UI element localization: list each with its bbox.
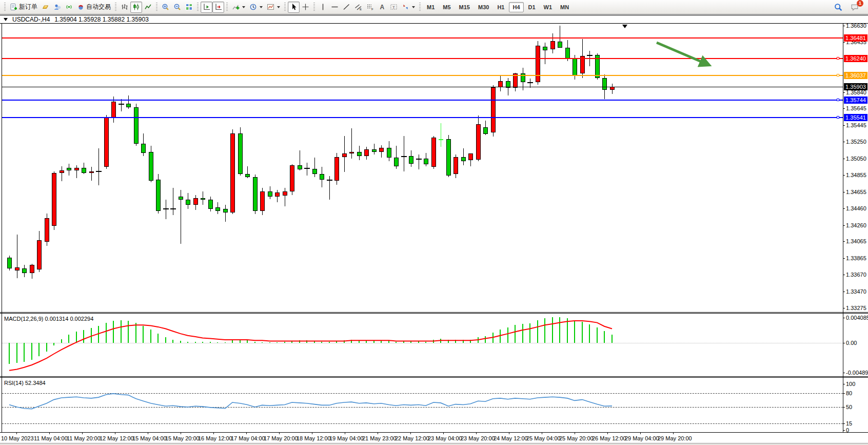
text-button[interactable]: A: [376, 2, 388, 13]
date-axis-label: 12 May 12:00: [100, 435, 134, 441]
gold-bar-button[interactable]: [40, 2, 51, 13]
date-axis-label: 17 May 04:00: [231, 435, 265, 441]
timeframe-D1-button[interactable]: D1: [525, 2, 539, 12]
date-axis-tick: [575, 432, 575, 434]
price-pane[interactable]: [0, 24, 868, 312]
date-axis-label: 11 May 20:00: [67, 435, 101, 441]
zoom-in-button[interactable]: [160, 2, 171, 13]
text-label-button[interactable]: T: [388, 2, 400, 13]
line-chart-button[interactable]: [142, 2, 154, 13]
crosshair-button[interactable]: [300, 2, 311, 13]
bar-chart-button[interactable]: [119, 2, 130, 13]
date-axis-label: 19 May 04:00: [329, 435, 364, 441]
tile-windows-button[interactable]: [183, 2, 195, 13]
macd-label: MACD(12,26,9) 0.001314 0.002294: [4, 316, 93, 322]
cursor-icon: [290, 3, 298, 11]
fibonacci-icon: F: [366, 3, 374, 11]
new-order-button[interactable]: 新订单: [8, 2, 40, 13]
candle-wick: [166, 200, 166, 219]
trendline-button[interactable]: [341, 2, 352, 13]
candle-body: [468, 153, 473, 160]
date-axis-tick: [213, 432, 214, 434]
timeframe-H1-button[interactable]: H1: [494, 2, 508, 12]
dropdown-caret-icon: [260, 6, 263, 8]
rsi-pane[interactable]: RSI(14) 52.3484: [0, 378, 868, 432]
candle-body: [483, 127, 488, 134]
auto-trading-button[interactable]: 自动交易: [75, 2, 113, 13]
chart-shift-button[interactable]: [201, 2, 212, 13]
candle-body: [387, 148, 391, 158]
templates-button[interactable]: [265, 2, 282, 13]
horizontal-line-button[interactable]: [329, 2, 341, 13]
date-axis-tick: [16, 432, 17, 434]
toolbar-grip: [197, 3, 199, 12]
candle-body: [491, 87, 496, 133]
candle-wick: [545, 43, 545, 65]
timeframe-W1-button[interactable]: W1: [540, 2, 556, 12]
candle-doji: [170, 208, 176, 209]
svg-text:A: A: [380, 4, 384, 11]
candle-wick: [91, 167, 92, 180]
toolbar-grip: [4, 3, 6, 12]
date-axis-label: 21 May 23:00: [362, 435, 397, 441]
candle-body: [536, 46, 540, 82]
date-axis-tick: [378, 432, 378, 434]
candle-doji: [587, 55, 593, 56]
arrows-button[interactable]: [400, 2, 417, 13]
status-strip: [0, 443, 868, 445]
timeframe-M1-button[interactable]: M1: [423, 2, 438, 12]
date-axis-tick: [673, 432, 674, 434]
profile-button[interactable]: [51, 2, 63, 13]
candle-body: [409, 156, 413, 164]
date-axis-label: 25 May 20:00: [559, 435, 594, 441]
date-axis: 10 May 202311 May 04:0011 May 20:0012 Ma…: [0, 432, 868, 443]
candle-body: [156, 180, 161, 211]
candle-doji: [163, 208, 169, 209]
vertical-line-icon: [319, 3, 327, 11]
auto-scroll-button[interactable]: [212, 2, 224, 13]
candle-body: [126, 104, 131, 107]
candle-wick: [307, 163, 307, 176]
candle-doji: [304, 168, 310, 169]
arrows-icon: [402, 3, 409, 11]
vertical-line-button[interactable]: [317, 2, 329, 13]
candle-body: [357, 152, 362, 156]
candle-body: [431, 138, 436, 167]
candle-body: [364, 149, 369, 156]
candle-body: [22, 268, 27, 273]
candle-wick: [419, 154, 419, 170]
signal-button[interactable]: [63, 2, 75, 13]
chat-button[interactable]: 1: [849, 2, 861, 13]
text-icon: A: [378, 3, 386, 11]
candle-wick: [351, 128, 352, 159]
candle-body: [498, 81, 503, 87]
search-button[interactable]: [832, 2, 844, 13]
timeframe-M15-button[interactable]: M15: [456, 2, 474, 12]
candle-body: [7, 258, 12, 268]
candle-wick: [121, 99, 122, 112]
chart-menu-triangle-icon[interactable]: [4, 18, 8, 21]
timeframe-H4-button[interactable]: H4: [509, 2, 523, 12]
timeframe-MN-button[interactable]: MN: [557, 2, 573, 12]
candle-body: [193, 198, 198, 205]
timeframe-M5-button[interactable]: M5: [439, 2, 454, 12]
candle-body: [320, 174, 324, 180]
date-axis-tick: [542, 432, 542, 434]
candle-doji: [327, 180, 332, 181]
candlestick-chart-button[interactable]: [130, 2, 142, 13]
candle-wick: [62, 166, 62, 182]
candle-body: [37, 240, 42, 269]
toolbar-grip: [115, 3, 116, 12]
new-order-icon: [10, 3, 17, 11]
indicators-button[interactable]: [230, 2, 247, 13]
periods-button[interactable]: [247, 2, 265, 13]
timeframe-M30-button[interactable]: M30: [475, 2, 492, 12]
candle-body: [602, 78, 607, 90]
cursor-button[interactable]: [288, 2, 300, 13]
toolbar-grip: [226, 3, 228, 12]
zoom-out-button[interactable]: [171, 2, 183, 13]
equidistant-channel-button[interactable]: E: [352, 2, 364, 13]
macd-pane[interactable]: MACD(12,26,9) 0.001314 0.002294: [0, 314, 868, 376]
fibonacci-button[interactable]: F: [364, 2, 376, 13]
dropdown-caret-icon: [277, 6, 280, 8]
